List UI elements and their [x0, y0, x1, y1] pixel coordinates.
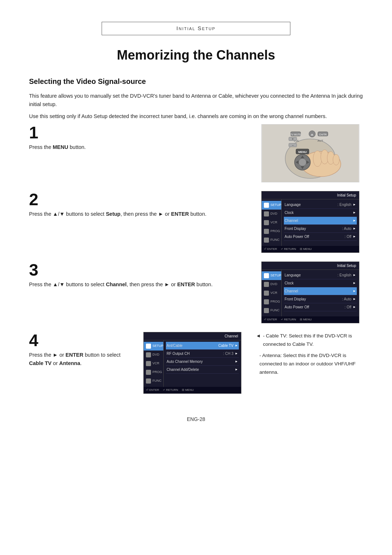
menu-row-language-3: Language : English ►: [284, 271, 357, 279]
menu-content-4: Ant/Cable Cable TV ► RF Output CH : CH 3…: [164, 340, 241, 387]
vcr-icon-3: [264, 291, 269, 296]
footer-return-2: ⤶ RETURN: [281, 247, 296, 251]
func-icon-3: [264, 308, 269, 313]
menu-row-clock-3: Clock ►: [284, 279, 357, 287]
menu-footer-4: ⏎ ENTER ⤶ RETURN ⊟ MENU: [144, 387, 241, 393]
dvd-icon: [264, 211, 269, 216]
sidebar-setup-3: SETUP: [262, 271, 281, 280]
menu-val-ant-cable: Cable TV ►: [219, 343, 238, 348]
cable-bullet-symbol: ◄: [256, 332, 261, 349]
menu-screen-3: Initial Setup SETUP DVD VCR PROG: [261, 262, 359, 323]
menu-body-3: SETUP DVD VCR PROG FUNC: [262, 270, 359, 316]
func-icon-4: [146, 378, 151, 384]
menu-row-channel-3: Channel ►: [284, 287, 357, 295]
intro-text-2: Use this setting only if Auto Setup dete…: [29, 112, 363, 121]
menu-sidebar-2: SETUP DVD VCR PROG FUNC: [262, 199, 282, 246]
menu-key-channel: Channel: [285, 218, 298, 223]
menu-row-channel: Channel ►: [284, 217, 357, 225]
step-4-screen-area: Channel SETUP DVD VCR PROG: [143, 332, 245, 394]
svg-point-15: [313, 151, 322, 166]
menu-key-language-3: Language: [285, 272, 301, 278]
footer-enter-3: ⏎ ENTER: [264, 317, 277, 322]
setup-icon-4: [146, 344, 151, 349]
menu-title-bar-2: Initial Setup: [262, 191, 359, 199]
step-4-number: 4: [29, 332, 136, 349]
svg-point-18: [333, 154, 339, 165]
menu-key-front-display: Front Display: [285, 226, 306, 231]
svg-text:AUT: AUT: [318, 139, 323, 142]
menu-val-language: : English ►: [338, 202, 356, 207]
setup-icon-3: [264, 273, 269, 278]
menu-key-auto-power-3: Auto Power Off: [285, 304, 309, 310]
menu-val-front-display-3: : Auto ►: [342, 296, 356, 302]
initial-setup-box: Initial Setup: [102, 22, 290, 35]
step-4-left: 4 Press the ► or ENTER button to select …: [29, 332, 136, 368]
page-number: ENG-28: [29, 416, 363, 423]
menu-row-auto-power-3: Auto Power Off : Off ►: [284, 303, 357, 311]
menu-row-rf-output: RF Output CH : CH 3 ►: [166, 350, 239, 358]
menu-screen-2: Initial Setup SETUP DVD VCR PROG: [261, 191, 359, 253]
step-1-left: 1 Press the MENU button.: [29, 124, 254, 151]
sidebar-func-3: FUNC: [262, 306, 281, 315]
step-4-notes: ◄ - Cable TV: Select this if the DVD-VCR…: [252, 332, 363, 380]
sidebar-prog: PROG: [262, 227, 281, 236]
menu-val-auto-power-3: : Off ►: [344, 304, 356, 310]
menu-val-channel-add: ►: [235, 367, 238, 372]
footer-menu-4: ⊟ MENU: [182, 388, 194, 392]
menu-val-auto-channel: ►: [235, 359, 238, 364]
menu-val-rf-output: : CH 3 ►: [223, 351, 238, 356]
bullet-antenna: - Antenna: Select this if the DVD-VCR is…: [256, 352, 363, 377]
menu-content-3: Language : English ► Clock ► Channel ► F…: [282, 270, 359, 316]
menu-content-2: Language : English ► Clock ► Channel ► F…: [282, 199, 359, 246]
section-title: Selecting the Video Signal-source: [29, 76, 363, 87]
menu-title-bar-3: Initial Setup: [262, 262, 359, 270]
menu-screen-4: Channel SETUP DVD VCR PROG: [143, 332, 241, 394]
menu-key-auto-power: Auto Power Off: [285, 234, 309, 239]
intro-text-1: This feature allows you to manually set …: [29, 92, 363, 109]
sidebar-vcr-4: VCR: [144, 359, 163, 368]
menu-val-front-display: : Auto ►: [342, 226, 356, 231]
step-2-image: Initial Setup SETUP DVD VCR PROG: [261, 191, 363, 253]
antenna-bullet-symbol: [256, 352, 257, 377]
menu-key-channel-3: Channel: [285, 288, 298, 294]
header-box: Initial Setup Memorizing the Channels: [29, 22, 363, 65]
menu-key-ant-cable: Ant/Cable: [167, 343, 183, 348]
menu-row-front-display-3: Front Display : Auto ►: [284, 295, 357, 303]
svg-point-22: [299, 159, 306, 166]
sidebar-setup: SETUP: [262, 201, 281, 210]
setup-icon: [264, 203, 269, 208]
step-4-text: Press the ► or ENTER button to select Ca…: [29, 351, 136, 368]
menu-row-ant-cable: Ant/Cable Cable TV ►: [166, 342, 239, 350]
sidebar-dvd: DVD: [262, 210, 281, 218]
menu-row-front-display: Front Display : Auto ►: [284, 225, 357, 233]
step-2-left: 2 Press the ▲/▼ buttons to select Setup,…: [29, 191, 254, 218]
menu-footer-3: ⏎ ENTER ⤶ RETURN ⊟ MENU: [262, 316, 359, 323]
step-3-container: 3 Press the ▲/▼ buttons to select Channe…: [29, 262, 363, 323]
page-title: Memorizing the Channels: [29, 45, 363, 65]
footer-return-3: ⤶ RETURN: [281, 317, 296, 322]
remote-svg: TV MUTE ⏏ CH/TR VOL + − AUT: [262, 125, 359, 182]
menu-title-bar-4: Channel: [144, 332, 241, 340]
vcr-icon: [264, 220, 269, 225]
footer-menu-2: ⊟ MENU: [300, 247, 312, 251]
menu-row-auto-channel: Auto Channel Memory ►: [166, 358, 239, 366]
menu-body-2: SETUP DVD VCR PROG FUNC: [262, 199, 359, 246]
menu-row-clock: Clock ►: [284, 209, 357, 217]
footer-menu-3: ⊟ MENU: [300, 317, 312, 322]
step-1-text: Press the MENU button.: [29, 143, 254, 151]
footer-enter-4: ⏎ ENTER: [146, 388, 159, 392]
initial-setup-label: Initial Setup: [176, 24, 216, 33]
menu-val-channel-3: ►: [353, 289, 356, 294]
menu-key-auto-channel: Auto Channel Memory: [167, 359, 203, 364]
step-2-number: 2: [29, 191, 254, 208]
menu-sidebar-3: SETUP DVD VCR PROG FUNC: [262, 270, 282, 316]
step-1-container: 1 Press the MENU button. TV MUTE ⏏ CH/TR…: [29, 124, 363, 182]
menu-key-clock: Clock: [285, 210, 294, 215]
prog-icon-3: [264, 299, 269, 304]
step-3-number: 3: [29, 262, 254, 278]
step-1-image: TV MUTE ⏏ CH/TR VOL + − AUT: [261, 124, 363, 182]
menu-key-language: Language: [285, 202, 301, 207]
prog-icon-4: [146, 370, 151, 375]
footer-enter-2: ⏎ ENTER: [264, 247, 277, 251]
func-icon: [264, 238, 269, 243]
